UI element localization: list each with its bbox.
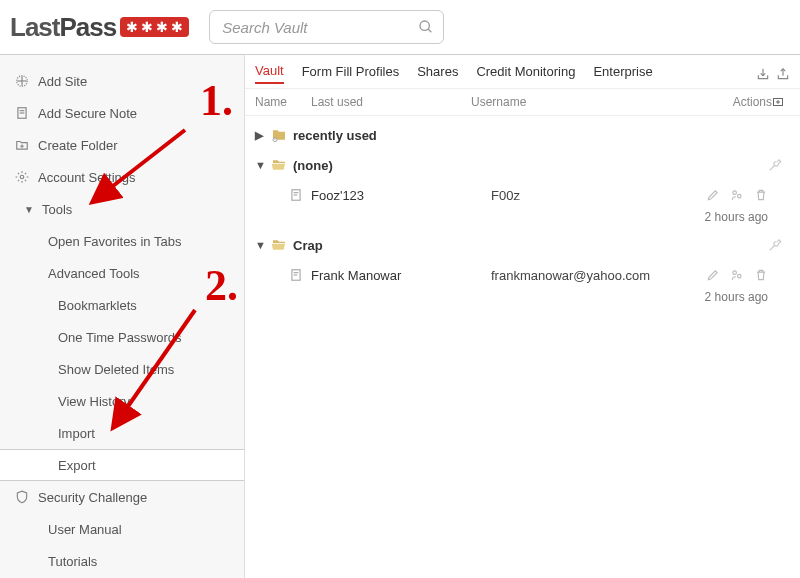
edit-icon[interactable] (706, 268, 720, 282)
col-last[interactable]: Last used (311, 95, 471, 109)
sidebar-item-user-manual[interactable]: User Manual (0, 513, 244, 545)
expand-columns-icon[interactable] (772, 96, 790, 108)
svg-point-21 (733, 271, 737, 275)
export-icon[interactable] (776, 67, 790, 81)
table-header: Name Last used Username Actions (245, 89, 800, 116)
site-icon (289, 268, 303, 282)
sidebar-item-otp[interactable]: One Time Passwords (0, 321, 244, 353)
col-name[interactable]: Name (255, 95, 311, 109)
chevron-down-icon: ▼ (255, 239, 271, 251)
col-user[interactable]: Username (471, 95, 672, 109)
folder-open-icon (271, 237, 287, 253)
note-icon (12, 106, 32, 120)
delete-icon[interactable] (754, 188, 768, 202)
import-icon[interactable] (756, 67, 770, 81)
item-age: 2 hours ago (245, 290, 800, 310)
share-icon[interactable] (730, 188, 744, 202)
sidebar-item-view-history[interactable]: View History (0, 385, 244, 417)
gear-icon (12, 170, 32, 184)
tab-form-fill[interactable]: Form Fill Profiles (302, 64, 400, 83)
svg-point-17 (738, 194, 742, 198)
tab-shares[interactable]: Shares (417, 64, 458, 83)
vault-item[interactable]: Frank Manowar frankmanowar@yahoo.com (245, 260, 800, 290)
item-age: 2 hours ago (245, 210, 800, 230)
wrench-icon[interactable] (768, 238, 790, 252)
sidebar-item-security-challenge[interactable]: Security Challenge (0, 481, 244, 513)
tab-vault[interactable]: Vault (255, 63, 284, 84)
tab-credit[interactable]: Credit Monitoring (476, 64, 575, 83)
search-wrap (209, 10, 444, 44)
sidebar-item-bookmarklets[interactable]: Bookmarklets (0, 289, 244, 321)
tabs: Vault Form Fill Profiles Shares Credit M… (245, 55, 800, 89)
sidebar-item-advanced-tools[interactable]: Advanced Tools (0, 257, 244, 289)
sidebar: Add Site Add Secure Note Create Folder A… (0, 55, 245, 578)
tab-enterprise[interactable]: Enterprise (593, 64, 652, 83)
folder-closed-icon (271, 127, 287, 143)
svg-point-16 (733, 191, 737, 195)
svg-point-0 (420, 21, 429, 30)
svg-point-10 (20, 175, 24, 179)
logo-text-pass: Pass (59, 12, 116, 42)
sidebar-item-show-deleted[interactable]: Show Deleted Items (0, 353, 244, 385)
sidebar-item-add-secure-note[interactable]: Add Secure Note (0, 97, 244, 129)
svg-point-22 (738, 274, 742, 278)
svg-line-1 (428, 29, 431, 32)
logo-badge: ✱✱✱✱ (120, 17, 189, 37)
header: LastPass ✱✱✱✱ (0, 0, 800, 55)
folder-recently-used[interactable]: ▶ recently used (245, 120, 800, 150)
vault-item[interactable]: Fooz'123 F00z (245, 180, 800, 210)
sidebar-item-open-favorites[interactable]: Open Favorites in Tabs (0, 225, 244, 257)
folder-crap[interactable]: ▼ Crap (245, 230, 800, 260)
folder-plus-icon (12, 138, 32, 152)
wrench-icon[interactable] (768, 158, 790, 172)
logo[interactable]: LastPass ✱✱✱✱ (10, 12, 189, 43)
sidebar-item-tools[interactable]: ▼ Tools (0, 193, 244, 225)
sidebar-item-account-settings[interactable]: Account Settings (0, 161, 244, 193)
edit-icon[interactable] (706, 188, 720, 202)
chevron-right-icon: ▶ (255, 129, 271, 142)
logo-text-last: Last (10, 12, 59, 42)
folder-none[interactable]: ▼ (none) (245, 150, 800, 180)
chevron-down-icon: ▼ (255, 159, 271, 171)
share-icon[interactable] (730, 268, 744, 282)
chevron-down-icon: ▼ (24, 204, 36, 215)
folder-open-icon (271, 157, 287, 173)
vault-list: ▶ recently used ▼ (none) (245, 116, 800, 314)
delete-icon[interactable] (754, 268, 768, 282)
search-input[interactable] (209, 10, 444, 44)
plus-icon (12, 74, 32, 88)
col-actions[interactable]: Actions (672, 95, 772, 109)
site-icon (289, 188, 303, 202)
sidebar-item-add-site[interactable]: Add Site (0, 65, 244, 97)
sidebar-item-import[interactable]: Import (0, 417, 244, 449)
search-icon[interactable] (418, 19, 434, 35)
sidebar-item-tutorials[interactable]: Tutorials (0, 545, 244, 577)
sidebar-item-create-folder[interactable]: Create Folder (0, 129, 244, 161)
main-area: Vault Form Fill Profiles Shares Credit M… (245, 55, 800, 578)
sidebar-item-export[interactable]: Export (0, 449, 244, 481)
shield-icon (12, 490, 32, 504)
